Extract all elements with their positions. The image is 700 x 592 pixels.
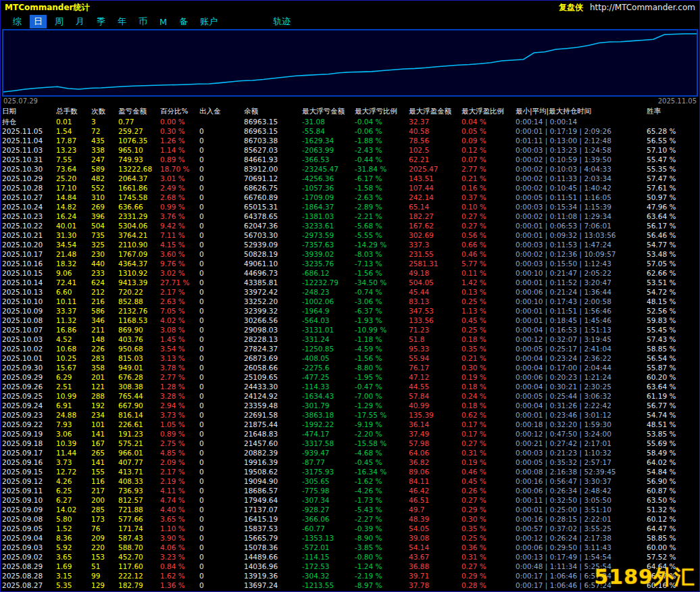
table-row[interactable]: 2025.10.2131.307353764.217.11 %056703.30… — [2, 230, 699, 240]
menu-tab-m[interactable]: M — [155, 16, 171, 28]
table-row[interactable]: 2025.10.0110.25283815.033.13 %026873.69-… — [2, 353, 699, 363]
cell-lots: 73.64 — [56, 164, 91, 174]
table-row[interactable]: 2025.09.106.27200812.574.74 %017949.64-3… — [2, 495, 699, 505]
table-row[interactable]: 2025.09.262.51121308.381.28 %024433.30-1… — [2, 382, 699, 391]
cell-holding-time: 0:00:03 | 0:11:53 | 1:47:24 — [516, 240, 647, 249]
cell-max-float-profit-pct: 0.28 % — [461, 581, 516, 590]
cell-win-rate: 54.77 % — [647, 240, 699, 249]
table-row[interactable]: 2025.09.1711.44265966.014.85 %020882.39-… — [2, 448, 699, 458]
table-row[interactable]: 2025.09.296.29201676.282.77 %025109.65-4… — [2, 372, 699, 382]
table-row[interactable]: 2025.10.1721.482301767.093.60 %050828.19… — [2, 249, 699, 259]
menu-tab-backup[interactable]: 备 — [175, 15, 192, 28]
cell-max-float-loss-pct: -7.13 % — [355, 259, 409, 268]
cell-max-float-profit-pct: 0.25 % — [461, 325, 516, 335]
cell-max-float-loss-pct: -1.29 % — [355, 401, 409, 410]
table-row[interactable]: 2025.09.2510.99288765.443.28 %024124.92-… — [2, 391, 699, 401]
table-row[interactable]: 2025.10.2714.843101745.582.68 %066760.89… — [2, 193, 699, 202]
cell-cashflow: 0 — [199, 543, 244, 552]
table-row[interactable]: 2025.09.085.80173577.663.65 %016415.19-3… — [2, 514, 699, 524]
table-row[interactable]: 2025.10.1472.416249413.3927.71 %043385.8… — [2, 278, 699, 287]
table-row[interactable]: 2025.10.1010.11216852.882.63 %033252.20-… — [2, 297, 699, 306]
table-row[interactable]: 2025.09.0914.02285721.884.40 %017137.07-… — [2, 505, 699, 514]
table-row[interactable]: 2025.10.0210.68226950.683.54 %027824.37-… — [2, 344, 699, 353]
brand-url-link[interactable]: http://MTCommander.com — [590, 3, 695, 12]
table-row[interactable]: 2025.09.051.5276171.741.10 %015837.53-60… — [2, 524, 699, 533]
cell-cashflow: 0 — [199, 581, 244, 590]
table-row[interactable]: 2025.10.0811.323461168.534.02 %030266.56… — [2, 316, 699, 325]
cell-date: 持仓 — [2, 117, 56, 126]
table-row[interactable]: 2025.10.3073.6458913222.6818.70 %083912.… — [2, 164, 699, 174]
menu-tab-summary[interactable]: 综 — [9, 15, 26, 28]
table-row[interactable]: 2025.11.0417.874351076.351.26 %086703.38… — [2, 136, 699, 145]
table-row[interactable]: 2025.10.0716.86211869.903.08 %029098.03-… — [2, 325, 699, 335]
table-row[interactable]: 2025.11.0313.23338965.101.14 %085627.03-… — [2, 145, 699, 155]
cell-trades: 141 — [91, 429, 118, 439]
table-row[interactable]: 2025.10.2034.543252110.904.15 %052939.09… — [2, 240, 699, 249]
cell-trades: 435 — [91, 136, 118, 145]
table-row[interactable]: 2025.10.034.52148403.761.45 %028228.13-3… — [2, 335, 699, 344]
table-row[interactable]: 2025.09.2324.88234816.143.73 %022691.58-… — [2, 410, 699, 420]
cell-max-float-profit-pct: 0.30 % — [461, 363, 516, 372]
table-row[interactable]: 2025.10.159.062331310.923.02 %044696.73-… — [2, 268, 699, 278]
cell-pnl: 308.38 — [118, 382, 160, 391]
menu-tab-month[interactable]: 月 — [72, 15, 89, 28]
table-row[interactable]: 2025.09.163.73141407.772.09 %019916.39-8… — [2, 458, 699, 467]
table-row[interactable]: 2025.11.051.5472259.270.30 %086963.15-55… — [2, 126, 699, 136]
table-row[interactable]: 2025.10.2414.82269636.660.99 %065015.31-… — [2, 202, 699, 212]
menu-tab-account[interactable]: 账户 — [196, 15, 222, 28]
cell-pnl: 676.28 — [118, 372, 160, 382]
menu-tab-year[interactable]: 年 — [114, 15, 130, 28]
cell-balance: 20882.39 — [244, 448, 302, 458]
cell-max-float-profit-pct: 0.35 % — [461, 344, 516, 353]
cell-max-float-profit: 36.14 — [409, 420, 461, 429]
cell-max-float-profit-pct: 0.27 % — [461, 221, 516, 230]
table-row[interactable]: 2025.10.317.55247749.930.89 %084661.93-3… — [2, 155, 699, 164]
table-row[interactable]: 2025.09.227.93101226.611.05 %021875.44-1… — [2, 420, 699, 429]
cell-win-rate: 57.43 % — [647, 335, 699, 344]
cell-trades: 167 — [91, 439, 118, 448]
cell-max-float-profit: 102.5 — [409, 145, 461, 155]
table-row[interactable]: 2025.10.1618.324404364.379.76 %049061.10… — [2, 259, 699, 268]
cell-max-float-loss: -1213.55 — [302, 581, 355, 590]
cell-cashflow: 0 — [199, 297, 244, 306]
table-row[interactable]: 2025.09.124.26116408.332.19 %019094.90-3… — [2, 476, 699, 486]
table-row[interactable]: 持仓0.0130.770.00 %86963.15-31.08-0.04 %32… — [2, 117, 699, 126]
cell-win-rate: 63.64 % — [647, 212, 699, 221]
cell-max-float-loss: -1002.06 — [302, 297, 355, 306]
cell-max-float-loss: -1864.37 — [302, 202, 355, 212]
cell-holding-time: 0:00:16 | 0:28:15 | 2:22:01 — [516, 514, 647, 524]
menu-tab-currency[interactable]: 币 — [134, 15, 151, 28]
menu-tab-quarter[interactable]: 季 — [93, 15, 109, 28]
cell-balance: 13697.24 — [244, 581, 302, 590]
table-row[interactable]: 2025.09.1512.72155413.712.17 %019508.62-… — [2, 467, 699, 476]
table-row[interactable]: 2025.09.3015.67358949.013.78 %026058.66-… — [2, 363, 699, 372]
cell-max-float-profit: 55.94 — [409, 353, 461, 363]
table-row[interactable]: 2025.10.0933.375862132.767.05 %032399.32… — [2, 306, 699, 316]
table-row[interactable]: 2025.09.193.06141191.230.89 %021648.83-4… — [2, 429, 699, 439]
table-row[interactable]: 2025.10.136.60212720.222.17 %033972.42-2… — [2, 287, 699, 297]
table-row[interactable]: 2025.09.1810.39167575.212.75 %021457.60-… — [2, 439, 699, 448]
cell-cashflow: 0 — [199, 505, 244, 514]
table-row[interactable]: 2025.09.048.36209587.433.90 %015665.79-1… — [2, 533, 699, 543]
table-row[interactable]: 2025.10.2316.243962331.293.76 %064378.65… — [2, 212, 699, 221]
cell-balance: 23359.48 — [244, 401, 302, 410]
table-row[interactable]: 2025.09.116.25217736.934.11 %018686.57-7… — [2, 486, 699, 495]
cell-cashflow: 0 — [199, 420, 244, 429]
table-row[interactable]: 2025.10.2240.015045304.069.42 %062047.36… — [2, 221, 699, 230]
cell-max-float-loss-pct: -31.84 % — [355, 164, 409, 174]
table-row[interactable]: 2025.09.023.65153452.703.23 %014489.66-1… — [2, 552, 699, 562]
cell-max-float-profit-pct: 0.45 % — [461, 476, 516, 486]
table-row[interactable]: 2025.09.246.91192667.902.94 %023359.48-3… — [2, 401, 699, 410]
table-row[interactable]: 2025.10.2817.105521661.862.49 %068626.75… — [2, 183, 699, 193]
cell-date: 2025.10.28 — [2, 183, 56, 193]
cell-holding-time: 0:00:12 | 0:26:24 | 2:17:38 — [516, 533, 647, 543]
stats-table: 日期总手数次数盈亏金额百分比%出入金余额最大浮亏金额最大浮亏比例最大浮盈金额最大… — [2, 106, 699, 590]
table-row[interactable]: 2025.10.2925.204822064.373.01 %070691.12… — [2, 174, 699, 183]
cell-balance: 22691.58 — [244, 410, 302, 420]
menu-tab-week[interactable]: 周 — [51, 15, 68, 28]
cell-pct: 1.14 % — [160, 145, 199, 155]
menu-tab-track[interactable]: 轨迹 — [269, 15, 295, 28]
cell-max-float-profit-pct: 0.29 % — [461, 571, 516, 581]
menu-tab-day[interactable]: 日 — [30, 15, 47, 28]
table-row[interactable]: 2025.09.035.92220588.704.06 %015078.36-5… — [2, 543, 699, 552]
